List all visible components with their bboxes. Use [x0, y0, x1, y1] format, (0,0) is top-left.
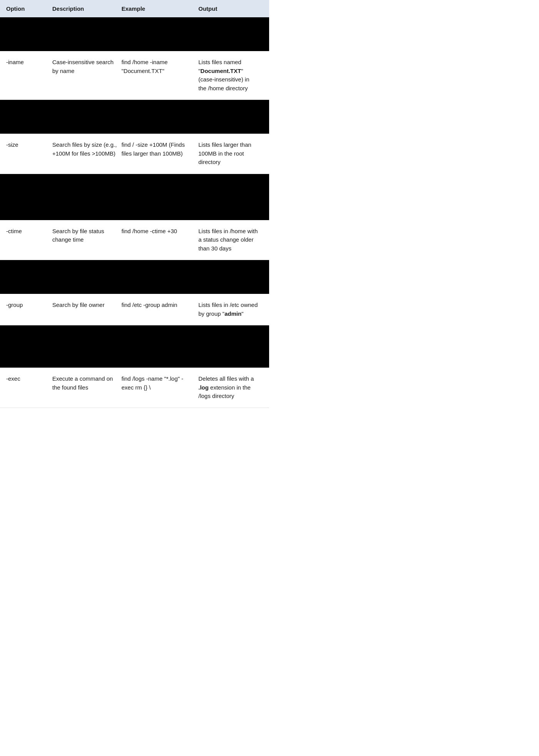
header-description: Description [52, 5, 121, 12]
header-example: Example [121, 5, 198, 12]
black-bar-5 [0, 325, 269, 368]
example-ctime: find /home -ctime +30 [121, 227, 198, 253]
option-ctime: -ctime [6, 227, 52, 253]
option-exec: -exec [6, 375, 52, 401]
table-row: -ctime Search by file status change time… [0, 220, 269, 260]
desc-iname: Case-insensitive search by name [52, 58, 121, 93]
desc-group: Search by file owner [52, 301, 121, 318]
table-row: -iname Case-insensitive search by name f… [0, 51, 269, 100]
example-iname: find /home -iname "Document.TXT" [121, 58, 198, 93]
option-group: -group [6, 301, 52, 318]
output-exec: Deletes all files with a .log extension … [198, 375, 263, 401]
example-size: find / -size +100M (Finds files larger t… [121, 141, 198, 167]
black-bar-1 [0, 17, 269, 51]
output-ctime: Lists files in /home with a status chang… [198, 227, 263, 253]
table-row: -group Search by file owner find /etc -g… [0, 294, 269, 325]
header-option: Option [6, 5, 52, 12]
table-header: Option Description Example Output [0, 0, 269, 17]
table-row: -size Search files by size (e.g., +100M … [0, 134, 269, 174]
table-row: -exec Execute a command on the found fil… [0, 368, 269, 408]
example-group: find /etc -group admin [121, 301, 198, 318]
desc-size: Search files by size (e.g., +100M for fi… [52, 141, 121, 167]
output-group: Lists files in /etc owned by group "admi… [198, 301, 263, 318]
table-container: Option Description Example Output -iname… [0, 0, 269, 408]
black-bar-2 [0, 100, 269, 134]
example-exec: find /logs -name "*.log" -exec rm {} \ [121, 375, 198, 401]
option-iname: -iname [6, 58, 52, 93]
header-output: Output [198, 5, 263, 12]
output-size: Lists files larger than 100MB in the roo… [198, 141, 263, 167]
desc-exec: Execute a command on the found files [52, 375, 121, 401]
black-bar-3 [0, 174, 269, 220]
option-size: -size [6, 141, 52, 167]
output-iname: Lists files named "Document.TXT" (case-i… [198, 58, 263, 93]
black-bar-4 [0, 260, 269, 294]
desc-ctime: Search by file status change time [52, 227, 121, 253]
